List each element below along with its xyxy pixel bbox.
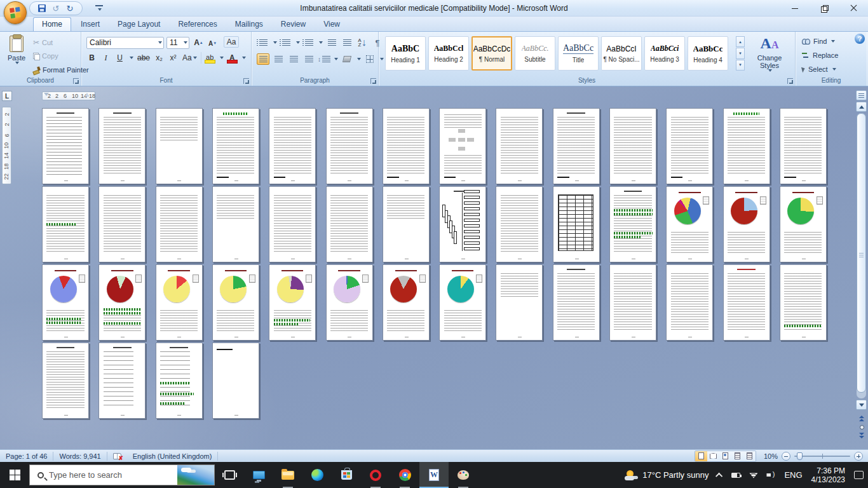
page-thumbnail[interactable] bbox=[666, 186, 713, 262]
page-thumbnail[interactable] bbox=[723, 186, 770, 262]
zoom-slider[interactable] bbox=[794, 452, 850, 461]
page-thumbnail[interactable] bbox=[42, 186, 89, 262]
language-indicator[interactable]: English (United Kingdom) bbox=[127, 450, 218, 462]
page-thumbnail[interactable] bbox=[42, 108, 89, 184]
page-thumbnail[interactable] bbox=[212, 108, 259, 184]
clock[interactable]: 7:36 PM4/13/2023 bbox=[807, 462, 850, 488]
minimize-button[interactable] bbox=[780, 0, 810, 17]
select-browse-object-button[interactable] bbox=[857, 423, 866, 431]
previous-page-button[interactable] bbox=[857, 412, 866, 421]
font-size-combo[interactable]: 11 bbox=[166, 37, 189, 49]
taskbar-paint[interactable] bbox=[449, 462, 478, 488]
paragraph-dialog-launcher[interactable] bbox=[370, 78, 376, 84]
taskbar-store[interactable] bbox=[332, 462, 361, 488]
decrease-indent-button[interactable] bbox=[325, 37, 338, 48]
page-thumbnail[interactable] bbox=[98, 342, 146, 419]
network-tray-icon[interactable] bbox=[745, 462, 762, 488]
page-thumbnail[interactable] bbox=[212, 342, 259, 419]
page-thumbnail[interactable] bbox=[439, 108, 486, 184]
page-thumbnail[interactable] bbox=[553, 108, 600, 184]
page-thumbnail[interactable] bbox=[666, 264, 713, 341]
page-thumbnail[interactable] bbox=[156, 108, 203, 184]
page-thumbnail[interactable] bbox=[326, 108, 373, 184]
full-screen-reading-view-button[interactable] bbox=[707, 451, 719, 461]
increase-indent-button[interactable] bbox=[341, 37, 353, 48]
tab-home[interactable]: Home bbox=[33, 17, 71, 31]
zoom-slider-thumb[interactable] bbox=[797, 452, 803, 460]
grow-font-button[interactable]: A▲ bbox=[193, 37, 204, 48]
numbering-button[interactable] bbox=[280, 37, 292, 48]
page-indicator[interactable]: Page: 1 of 46 bbox=[0, 450, 53, 462]
bold-button[interactable]: B bbox=[86, 52, 97, 64]
justify-button[interactable] bbox=[302, 53, 315, 65]
tab-insert[interactable]: Insert bbox=[72, 18, 108, 31]
save-button[interactable] bbox=[36, 3, 48, 14]
page-thumbnail[interactable] bbox=[383, 264, 430, 341]
input-language[interactable]: ENG bbox=[780, 462, 806, 488]
page-thumbnail[interactable] bbox=[269, 108, 316, 184]
page-thumbnail[interactable] bbox=[212, 264, 259, 341]
tab-review[interactable]: Review bbox=[273, 18, 314, 31]
page-thumbnail[interactable] bbox=[780, 108, 827, 184]
align-right-button[interactable] bbox=[287, 53, 300, 65]
tab-mailings[interactable]: Mailings bbox=[227, 18, 271, 31]
zoom-out-button[interactable] bbox=[782, 452, 790, 461]
proofing-status[interactable]: ✘ bbox=[107, 450, 127, 462]
strikethrough-button[interactable]: abe bbox=[137, 52, 151, 64]
page-thumbnail[interactable] bbox=[553, 264, 600, 341]
word-count[interactable]: Words: 9,941 bbox=[53, 450, 106, 462]
page-thumbnail[interactable] bbox=[383, 108, 430, 184]
font-family-combo[interactable]: Calibri bbox=[86, 37, 164, 49]
taskbar-file-explorer[interactable] bbox=[273, 462, 302, 488]
page-thumbnail[interactable] bbox=[326, 186, 373, 262]
paste-button[interactable]: Paste bbox=[4, 36, 29, 74]
page-thumbnail[interactable] bbox=[42, 264, 89, 341]
outline-view-button[interactable] bbox=[731, 451, 743, 461]
redo-button[interactable]: ↻ bbox=[64, 3, 76, 14]
page-thumbnail[interactable] bbox=[609, 186, 656, 262]
page-thumbnail[interactable] bbox=[269, 186, 316, 262]
task-view-button[interactable] bbox=[215, 462, 244, 488]
page-thumbnail[interactable] bbox=[723, 108, 770, 184]
sort-button[interactable]: AZ↓ bbox=[356, 37, 369, 48]
styles-dialog-launcher[interactable] bbox=[787, 78, 793, 84]
taskbar-edge[interactable] bbox=[302, 462, 332, 488]
taskbar-search[interactable]: Type here to search bbox=[29, 464, 215, 485]
borders-button[interactable] bbox=[363, 53, 376, 65]
zoom-level[interactable]: 10% bbox=[760, 452, 778, 460]
volume-tray-icon[interactable] bbox=[762, 462, 780, 488]
select-button[interactable]: Select bbox=[802, 65, 836, 73]
scroll-down-button[interactable] bbox=[856, 400, 867, 410]
style-heading3[interactable]: AaBbCciHeading 3 bbox=[644, 36, 685, 71]
font-dialog-launcher[interactable] bbox=[243, 78, 249, 84]
page-thumbnail[interactable] bbox=[496, 264, 543, 341]
zoom-in-button[interactable] bbox=[854, 452, 863, 461]
page-thumbnail[interactable] bbox=[42, 342, 89, 419]
page-thumbnail[interactable] bbox=[156, 186, 203, 262]
replace-button[interactable]: Replace bbox=[802, 51, 838, 59]
shading-button[interactable] bbox=[341, 53, 353, 65]
superscript-button[interactable]: x² bbox=[168, 52, 179, 64]
styles-gallery-more[interactable]: ▼ bbox=[736, 60, 745, 71]
taskbar-word-active[interactable]: W bbox=[419, 462, 449, 488]
style-title[interactable]: AaBbCcTitle bbox=[558, 36, 599, 71]
italic-button[interactable]: I bbox=[100, 52, 111, 64]
page-thumbnail[interactable] bbox=[98, 186, 146, 262]
multilevel-list-button[interactable] bbox=[302, 37, 315, 48]
style-no-spacing[interactable]: AaBbCcI¶ No Spaci... bbox=[601, 36, 642, 71]
page-thumbnail[interactable] bbox=[609, 108, 656, 184]
start-button[interactable] bbox=[0, 462, 29, 488]
scroll-up-button[interactable] bbox=[856, 102, 867, 112]
page-thumbnail[interactable] bbox=[156, 264, 203, 341]
web-layout-view-button[interactable] bbox=[719, 451, 731, 461]
format-painter-button[interactable]: Format Painter bbox=[33, 66, 89, 74]
style-subtitle[interactable]: AaBbCc.Subtitle bbox=[515, 36, 555, 71]
action-center-button[interactable] bbox=[850, 462, 868, 488]
ruler-toggle-button[interactable] bbox=[856, 90, 867, 100]
page-thumbnail[interactable] bbox=[326, 264, 373, 341]
page-thumbnail[interactable] bbox=[212, 186, 259, 262]
print-layout-view-button[interactable] bbox=[695, 451, 707, 461]
cut-button[interactable]: ✂Cut bbox=[33, 38, 53, 47]
style-heading1[interactable]: AaBbCHeading 1 bbox=[385, 36, 426, 71]
taskbar-chrome[interactable] bbox=[390, 462, 419, 488]
